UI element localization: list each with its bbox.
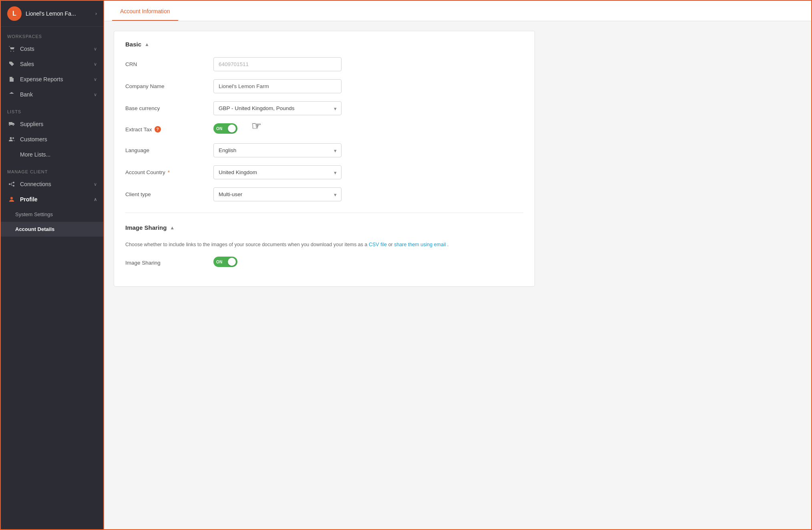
profile-label: Profile — [20, 196, 94, 203]
sidebar-header[interactable]: L Lionel's Lemon Fa... › — [1, 1, 103, 27]
user-icon — [7, 196, 16, 203]
bank-expand-icon: ∨ — [94, 92, 97, 97]
account-country-label: Account Country * — [125, 169, 213, 175]
image-sharing-row: Image Sharing ON — [125, 257, 523, 269]
sidebar-item-costs[interactable]: Costs ∨ — [1, 41, 103, 56]
csv-file-link[interactable]: CSV file — [369, 242, 387, 247]
manage-client-section-label: MANAGE CLIENT — [1, 162, 103, 177]
costs-expand-icon: ∨ — [94, 46, 97, 52]
client-type-label: Client type — [125, 191, 213, 197]
svg-point-3 — [9, 183, 10, 185]
language-select[interactable]: English French German — [213, 143, 342, 157]
account-country-select-wrapper: United Kingdom United States Germany — [213, 165, 342, 179]
account-details-label: Account Details — [15, 226, 97, 232]
tag-icon — [7, 61, 16, 67]
base-currency-select[interactable]: GBP - United Kingdom, Pounds USD - Unite… — [213, 101, 342, 115]
avatar: L — [7, 6, 22, 21]
sidebar-item-expense-reports[interactable]: Expense Reports ∨ — [1, 72, 103, 87]
client-type-select[interactable]: Multi-user Single-user — [213, 187, 342, 201]
crn-row: CRN — [125, 57, 523, 71]
bank-icon — [7, 91, 16, 98]
hand-cursor-icon: ☞ — [251, 119, 261, 132]
account-info-card: Basic ▲ CRN Company Name — [114, 31, 535, 287]
more-lists-label: More Lists... — [20, 151, 97, 158]
company-name-label: Company Name — [125, 83, 213, 89]
language-select-wrapper: English French German — [213, 143, 342, 157]
base-currency-row: Base currency GBP - United Kingdom, Poun… — [125, 101, 523, 115]
svg-point-2 — [12, 137, 14, 139]
language-row: Language English French German — [125, 143, 523, 157]
company-name-input[interactable] — [213, 79, 342, 93]
client-type-control: Multi-user Single-user — [213, 187, 342, 201]
svg-point-4 — [13, 182, 14, 183]
account-country-select[interactable]: United Kingdom United States Germany — [213, 165, 342, 179]
extract-tax-label: Extract Tax ? — [125, 126, 213, 132]
client-type-row: Client type Multi-user Single-user — [125, 187, 523, 201]
svg-point-5 — [13, 185, 14, 187]
sidebar-item-customers[interactable]: Customers — [1, 132, 103, 147]
workspaces-section-label: WORKSPACES — [1, 27, 103, 41]
tab-bar: Account Information — [104, 1, 811, 21]
connect-icon — [7, 181, 16, 187]
image-sharing-collapse-icon[interactable]: ▲ — [170, 225, 175, 231]
profile-expand-icon: ∧ — [94, 197, 97, 202]
sidebar-item-sales[interactable]: Sales ∨ — [1, 56, 103, 72]
lists-section-label: LISTS — [1, 102, 103, 116]
image-sharing-label: Image Sharing — [125, 260, 213, 266]
costs-label: Costs — [20, 46, 94, 52]
sales-label: Sales — [20, 61, 94, 67]
svg-point-1 — [10, 137, 12, 139]
base-currency-control: GBP - United Kingdom, Pounds USD - Unite… — [213, 101, 342, 115]
extract-tax-row: Extract Tax ? ON ☞ — [125, 123, 523, 135]
company-name-row: Company Name — [125, 79, 523, 93]
sidebar-item-bank[interactable]: Bank ∨ — [1, 87, 103, 102]
image-sharing-section-header: Image Sharing ▲ — [125, 224, 523, 231]
client-type-select-wrapper: Multi-user Single-user — [213, 187, 342, 201]
language-control: English French German — [213, 143, 342, 157]
sidebar-subitem-account-details[interactable]: Account Details — [1, 222, 103, 237]
basic-section-header: Basic ▲ — [125, 41, 523, 48]
bank-label: Bank — [20, 91, 94, 98]
svg-point-6 — [10, 197, 13, 199]
doc-icon — [7, 76, 16, 82]
workspace-title: Lionel's Lemon Fa... — [26, 10, 95, 17]
required-marker: * — [168, 169, 170, 175]
expense-reports-label: Expense Reports — [20, 76, 94, 82]
tab-account-information[interactable]: Account Information — [112, 1, 178, 21]
image-sharing-description: Choose whether to include links to the i… — [125, 241, 523, 249]
extract-tax-control: ON ☞ — [213, 123, 342, 135]
sidebar-item-suppliers[interactable]: Suppliers — [1, 116, 103, 132]
crn-label: CRN — [125, 61, 213, 67]
sidebar-item-profile[interactable]: Profile ∧ — [1, 192, 103, 207]
account-country-row: Account Country * United Kingdom United … — [125, 165, 523, 179]
sidebar-subitem-system-settings[interactable]: System Settings — [1, 207, 103, 222]
account-country-control: United Kingdom United States Germany — [213, 165, 342, 179]
extract-tax-toggle[interactable]: ON — [213, 123, 237, 134]
chevron-right-icon: › — [95, 11, 97, 16]
crn-input[interactable] — [213, 57, 342, 71]
base-currency-label: Base currency — [125, 105, 213, 111]
image-sharing-control: ON — [213, 257, 342, 269]
system-settings-label: System Settings — [15, 211, 97, 217]
extract-tax-help-icon[interactable]: ? — [155, 126, 161, 132]
cart-icon — [7, 46, 16, 52]
language-label: Language — [125, 147, 213, 153]
share-email-link[interactable]: share them using email — [394, 242, 446, 247]
main-content: Account Information Basic ▲ CRN — [104, 0, 812, 530]
connections-expand-icon: ∨ — [94, 182, 97, 187]
sidebar-item-connections[interactable]: Connections ∨ — [1, 177, 103, 192]
extract-tax-toggle-wrapper: ON ☞ — [213, 123, 237, 135]
section-divider — [125, 213, 523, 213]
image-sharing-toggle[interactable]: ON — [213, 257, 237, 267]
sales-expand-icon: ∨ — [94, 62, 97, 67]
suppliers-label: Suppliers — [20, 121, 97, 127]
people-icon — [7, 136, 16, 143]
expense-reports-expand-icon: ∨ — [94, 77, 97, 82]
connections-label: Connections — [20, 181, 94, 187]
content-area: Basic ▲ CRN Company Name — [104, 21, 545, 296]
base-currency-select-wrapper: GBP - United Kingdom, Pounds USD - Unite… — [213, 101, 342, 115]
company-name-control — [213, 79, 342, 93]
customers-label: Customers — [20, 136, 97, 143]
basic-collapse-icon[interactable]: ▲ — [145, 42, 149, 47]
sidebar-item-more-lists[interactable]: More Lists... — [1, 147, 103, 162]
